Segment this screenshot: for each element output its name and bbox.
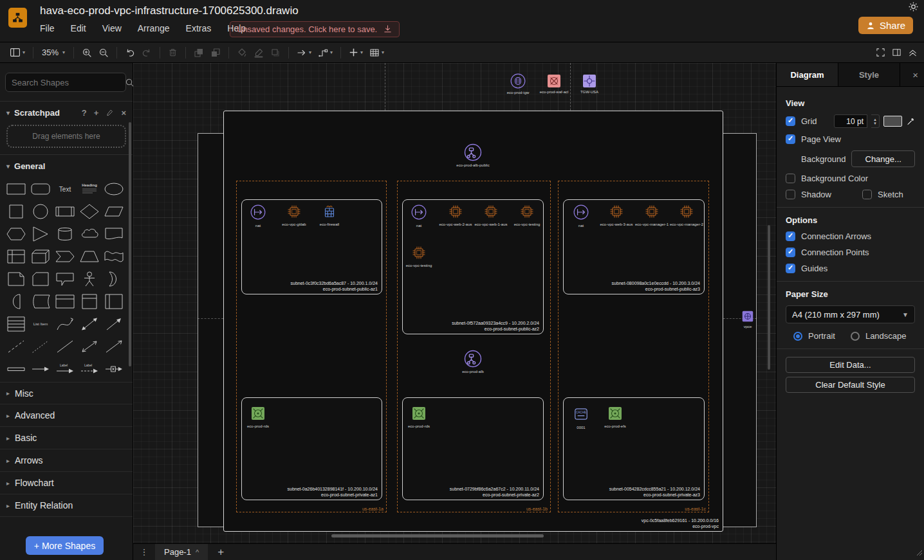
tab-diagram[interactable]: Diagram [777,63,838,86]
delete-button[interactable] [165,46,181,59]
ellipse-shape[interactable] [102,178,126,199]
or-shape[interactable] [102,268,126,289]
list-shape[interactable] [4,313,28,334]
fill-color-button[interactable] [234,46,250,60]
trapezoid-shape[interactable] [77,246,102,267]
menu-extras[interactable]: Extras [186,23,212,33]
and-shape[interactable] [4,291,28,312]
node-ec2-instance[interactable]: eco-vpc-testing [401,245,437,267]
scratchpad-help-button[interactable]: ? [82,108,87,118]
arrow-shape[interactable] [102,313,126,334]
sketch-checkbox[interactable] [862,190,872,199]
label-arrow-shape[interactable]: Label [53,358,77,379]
card-shape[interactable] [28,268,53,289]
table-button[interactable]: ▾ [366,46,387,60]
to-front-button[interactable] [190,46,207,60]
section-basic[interactable]: ▸Basic [0,427,133,449]
hexagon-shape[interactable] [4,223,28,244]
circle-shape[interactable] [28,201,53,222]
share-button[interactable]: Share [858,17,913,34]
scratchpad-add-button[interactable]: + [94,108,99,118]
grid-color-swatch[interactable] [883,116,902,127]
note-shape[interactable] [4,268,28,289]
connection-style-button[interactable]: ▾ [293,46,315,60]
process-shape[interactable] [53,201,77,222]
list-item-shape[interactable]: List Item [28,313,53,334]
node-ec2-instance[interactable]: eco-vpc-manager-1 [634,204,670,226]
grid-size-input[interactable]: 10 pt [834,114,867,128]
line-color-button[interactable] [250,46,267,60]
menu-edit[interactable]: Edit [71,23,86,33]
rectangle-shape[interactable] [4,178,28,199]
node-firewall[interactable]: eco-firewall [311,204,347,226]
edit-data-button[interactable]: Edit Data... [786,357,915,373]
dashed-line-shape[interactable] [4,336,28,357]
dotted-line-shape[interactable] [28,336,53,357]
triangle-shape[interactable] [28,223,53,244]
actor-shape[interactable] [77,268,102,289]
guides-checkbox[interactable] [786,264,795,273]
fullscreen-button[interactable] [876,48,885,57]
general-section-header[interactable]: ▾ General [0,155,133,177]
scratchpad-close-button[interactable]: × [121,108,126,118]
section-entity-relation[interactable]: ▸Entity Relation [0,494,133,517]
zoom-out-button[interactable] [95,46,112,60]
internal-storage-shape[interactable] [4,246,28,267]
theme-toggle-button[interactable] [908,1,919,15]
unsaved-changes-button[interactable]: Unsaved changes. Click here to save. [230,21,400,37]
node-vpc-endpoint[interactable]: vpce [722,309,773,329]
subnet-private-az3[interactable]: CACHE 0001 eco-prod-efs subnet-0054282cd… [563,397,705,500]
curve-shape[interactable] [53,313,77,334]
connector-symbol-shape[interactable] [102,358,126,379]
to-back-button[interactable] [207,46,224,60]
directional-connector-shape[interactable] [102,336,126,357]
format-panel-button[interactable] [892,48,901,57]
scratchpad-edit-button[interactable] [106,109,114,117]
container-shape[interactable] [53,291,77,312]
cylinder-shape[interactable] [53,223,77,244]
connection-arrows-checkbox[interactable] [786,231,795,241]
node-nat-gateway[interactable]: nat [240,204,276,228]
node-transit-gateway[interactable]: TGW-USA [564,73,615,94]
callout-shape[interactable] [53,268,77,289]
eyedropper-icon[interactable] [906,117,915,126]
subnet-public-az1[interactable]: nat eco-vpc-gitlab eco-firewall subnet-0… [241,199,382,294]
waypoint-style-button[interactable]: ▾ [315,46,336,60]
grid-size-stepper[interactable]: ▲▼ [871,114,880,128]
collapse-button[interactable] [908,48,918,57]
node-ec2-instance[interactable]: eco-vpc-manager-2 [669,204,705,226]
clear-default-style-button[interactable]: Clear Default Style [786,377,915,393]
bidirectional-connector-shape[interactable] [77,336,102,357]
shadow-checkbox[interactable] [786,190,795,199]
add-page-button[interactable]: + [208,544,234,560]
data-storage-shape[interactable] [28,291,53,312]
node-alb-public[interactable]: eco-prod-alb-public [447,143,499,167]
panel-close-button[interactable]: × [912,69,924,80]
redo-button[interactable] [138,46,155,60]
node-nat-gateway[interactable]: nat [563,204,599,228]
paper-size-select[interactable]: A4 (210 mm x 297 mm) ▼ [786,305,915,323]
document-shape[interactable] [102,223,126,244]
subnet-public-az3[interactable]: nat eco-vpc-web-3-aus eco-vpc-manager-1 … [563,199,705,294]
bidirectional-arrow-shape[interactable] [77,313,102,334]
background-change-button[interactable]: Change... [851,150,915,167]
parallelogram-shape[interactable] [102,201,126,222]
shadow-button[interactable] [267,46,284,60]
node-rds-database[interactable]: eco-prod-rds [401,406,437,428]
undo-button[interactable] [122,46,138,60]
page-tab-1[interactable]: Page-1 ^ [155,544,208,560]
heading-shape[interactable]: Heading [77,178,102,199]
connection-points-checkbox[interactable] [786,248,795,257]
text-shape[interactable]: Text [53,178,77,199]
scratchpad-header[interactable]: ▾ Scratchpad ? + × [0,102,133,123]
horizontal-container-shape[interactable] [102,291,126,312]
node-rds-database[interactable]: eco-prod-rds [240,406,276,428]
menu-view[interactable]: View [102,23,122,33]
tape-shape[interactable] [102,246,126,267]
portrait-radio[interactable] [793,332,802,341]
insert-button[interactable]: ▾ [346,46,366,59]
grid-checkbox[interactable] [786,116,795,126]
node-ec2-instance[interactable]: eco-vpc-web-2-aus [438,204,474,226]
cube-shape[interactable] [28,246,53,267]
tab-style[interactable]: Style [838,63,900,86]
